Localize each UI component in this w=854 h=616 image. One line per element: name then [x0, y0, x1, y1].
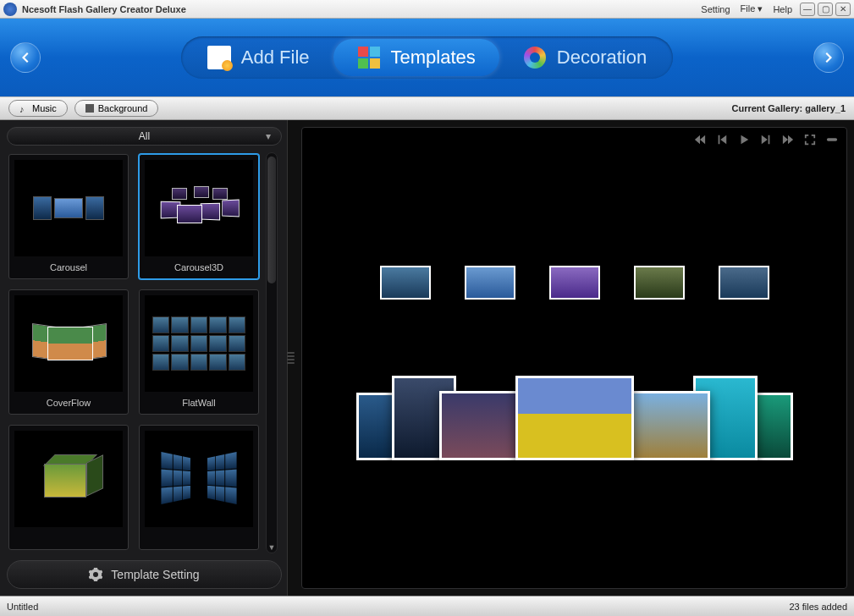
add-file-icon	[207, 46, 231, 69]
menu-setting[interactable]: Setting	[701, 4, 730, 14]
fullscreen-icon	[804, 134, 816, 146]
template-scroll: Carousel Carousel3D CoverFlow	[7, 152, 282, 553]
background-icon	[85, 104, 94, 113]
main-area: All Carousel Carousel3D	[0, 120, 854, 596]
close-button[interactable]: ✕	[835, 3, 851, 16]
current-gallery-label: Current Gallery:	[731, 103, 805, 113]
chevron-down-icon: ▾	[758, 3, 763, 14]
scroll-down-icon[interactable]: ▼	[267, 542, 277, 553]
template-thumb	[14, 431, 123, 527]
nav-decoration-label: Decoration	[557, 47, 647, 69]
template-thumb	[14, 295, 123, 392]
template-scrollbar[interactable]: ▲ ▼	[266, 152, 278, 553]
nav-templates[interactable]: Templates	[333, 39, 499, 76]
preview-panel	[295, 120, 854, 596]
scroll-thumb[interactable]	[267, 157, 276, 283]
rewind-icon	[694, 134, 706, 146]
document-name: Untitled	[7, 602, 38, 612]
forward-icon	[782, 134, 794, 146]
template-setting-button[interactable]: Template Setting	[7, 560, 282, 589]
app-icon	[3, 3, 17, 16]
panel-splitter[interactable]	[288, 120, 295, 596]
nav-decoration[interactable]: Decoration	[499, 39, 670, 76]
carousel3d-preview	[338, 266, 812, 469]
minimize-button[interactable]: —	[800, 3, 815, 16]
app-title: Ncesoft Flash Gallery Creator Deluxe	[22, 4, 186, 14]
template-label	[140, 527, 258, 549]
menu-help[interactable]: Help	[773, 4, 792, 14]
fullscreen-button[interactable]	[802, 133, 818, 146]
current-gallery: Current Gallery: gallery_1	[731, 103, 846, 113]
background-button[interactable]: Background	[74, 100, 159, 117]
template-label: FlatWall	[140, 392, 258, 414]
template-thumb	[145, 431, 253, 527]
nav-add-file[interactable]: Add File	[184, 39, 333, 76]
template-filter-label: All	[139, 130, 150, 142]
next-button[interactable]	[758, 133, 774, 146]
template-thumb	[14, 160, 123, 256]
template-item-coverflow[interactable]: CoverFlow	[8, 289, 129, 415]
decoration-icon	[523, 46, 547, 69]
maximize-button[interactable]: ▢	[818, 3, 833, 16]
play-icon	[738, 134, 750, 146]
prev-button[interactable]	[714, 133, 730, 146]
template-label: CoverFlow	[9, 392, 128, 414]
template-label	[9, 527, 128, 549]
titlebar: Ncesoft Flash Gallery Creator Deluxe Set…	[0, 0, 854, 19]
top-nav: Add File Templates Decoration	[0, 19, 854, 96]
templates-panel: All Carousel Carousel3D	[0, 120, 288, 596]
nav-templates-label: Templates	[391, 47, 476, 69]
music-button[interactable]: ♪ Music	[8, 100, 68, 117]
template-item-flatwall[interactable]: FlatWall	[139, 289, 259, 415]
template-label: Carousel3D	[140, 256, 258, 278]
svg-rect-0	[827, 138, 837, 141]
nav-add-file-label: Add File	[241, 47, 310, 69]
preview-area	[301, 127, 847, 589]
more-button[interactable]	[824, 133, 840, 146]
template-item-carousel3d[interactable]: Carousel3D	[139, 154, 259, 279]
template-label: Carousel	[9, 256, 128, 278]
files-added-count: 23 files added	[790, 602, 848, 612]
templates-icon	[357, 46, 381, 69]
template-setting-label: Template Setting	[111, 568, 199, 581]
prev-icon	[716, 134, 728, 146]
template-item-wall3d[interactable]	[139, 425, 259, 550]
menu-file-label: File	[741, 3, 756, 14]
background-button-label: Background	[98, 103, 148, 113]
play-button[interactable]	[736, 133, 752, 146]
chevron-left-icon	[19, 51, 32, 64]
current-gallery-name: gallery_1	[805, 103, 846, 113]
menu-file[interactable]: File ▾	[741, 3, 763, 14]
template-thumb	[145, 160, 253, 256]
template-filter-dropdown[interactable]: All	[7, 127, 282, 146]
player-controls	[692, 133, 840, 146]
rewind-button[interactable]	[692, 133, 708, 146]
nav-next-button[interactable]	[813, 42, 844, 73]
music-button-label: Music	[32, 103, 57, 113]
template-item-carousel[interactable]: Carousel	[8, 154, 129, 279]
music-icon: ♪	[19, 104, 28, 113]
chevron-right-icon	[822, 51, 835, 64]
nav-prev-button[interactable]	[10, 42, 41, 73]
template-item-cube[interactable]	[8, 425, 129, 550]
next-icon	[760, 134, 772, 146]
gear-icon	[89, 568, 102, 581]
forward-button[interactable]	[780, 133, 796, 146]
nav-pill-group: Add File Templates Decoration	[181, 36, 673, 79]
status-bar: Untitled 23 files added	[0, 596, 854, 616]
drag-handle-icon	[287, 341, 295, 375]
sub-toolbar: ♪ Music Background Current Gallery: gall…	[0, 96, 854, 120]
template-thumb	[145, 295, 253, 392]
more-icon	[826, 134, 838, 146]
template-grid: Carousel Carousel3D CoverFlow	[7, 152, 261, 553]
